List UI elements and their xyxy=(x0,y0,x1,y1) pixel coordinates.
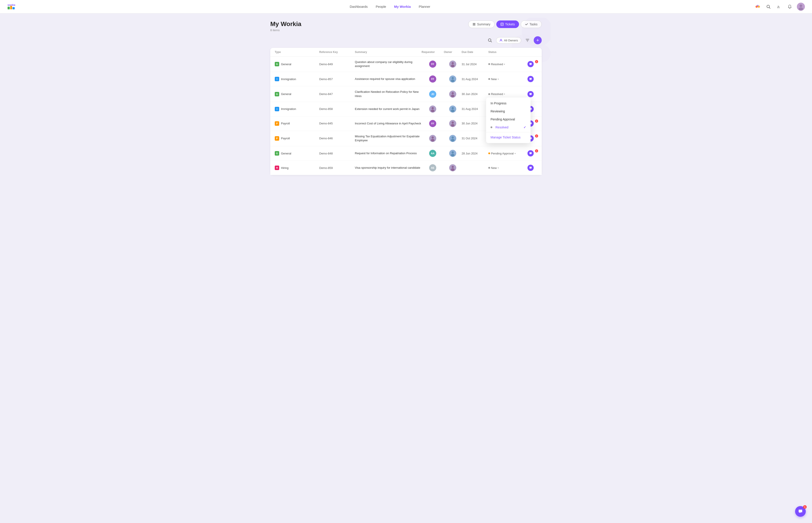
svg-point-6 xyxy=(758,5,760,8)
chat-widget[interactable]: 1 xyxy=(795,506,806,517)
requestor-cell: FF xyxy=(422,120,444,127)
svg-point-39 xyxy=(451,122,454,124)
owners-filter-button[interactable]: All Owners xyxy=(496,37,521,43)
svg-point-24 xyxy=(451,62,454,64)
search-button[interactable] xyxy=(486,37,494,44)
type-label: General xyxy=(281,92,291,96)
type-cell: G General xyxy=(275,62,319,66)
status-cell[interactable]: New ▾ xyxy=(488,166,524,169)
svg-text:あ: あ xyxy=(777,5,780,8)
owner-avatar xyxy=(449,91,456,98)
comment-button[interactable] xyxy=(524,165,537,171)
status-cell[interactable]: Pending Approval ▾ xyxy=(488,152,524,155)
owner-cell xyxy=(444,60,462,68)
type-icon-payroll: P xyxy=(275,136,279,141)
comment-button[interactable] xyxy=(524,91,537,97)
comment-icon xyxy=(528,76,534,82)
table-header: Type Reference Key Summary Requestor Own… xyxy=(270,48,542,56)
type-label: Hiring xyxy=(281,166,289,169)
logo[interactable]: workia xyxy=(7,3,15,11)
status-cell[interactable]: Resolved ▾ xyxy=(488,62,524,66)
due-date: 28 Jun 2024 xyxy=(462,152,488,155)
comment-badge: 1 xyxy=(535,60,538,63)
add-ticket-button[interactable]: + xyxy=(534,36,542,44)
page-title: My Workia xyxy=(270,20,301,28)
user-avatar[interactable] xyxy=(797,3,805,11)
nav-dashboards[interactable]: Dashboards xyxy=(350,5,368,8)
ref-key: Demo-847 xyxy=(319,92,355,96)
type-icon-immigration: I xyxy=(275,107,279,111)
nav-people[interactable]: People xyxy=(376,5,386,8)
svg-point-11 xyxy=(799,4,802,7)
svg-rect-2 xyxy=(10,6,12,10)
ref-key: Demo-858 xyxy=(319,107,355,111)
svg-point-25 xyxy=(451,65,455,67)
col-owner: Owner xyxy=(444,51,462,54)
status-dot xyxy=(488,93,490,95)
svg-point-27 xyxy=(451,77,454,79)
page-header: My Workia 8 items Summary Tickets xyxy=(270,20,542,32)
dropdown-item-in-progress[interactable]: In Progress xyxy=(486,99,531,107)
col-summary: Summary xyxy=(355,51,422,54)
translate-icon[interactable]: あ xyxy=(776,3,782,10)
status-cell-open[interactable]: Resolved ▾ In Progress Reviewing xyxy=(488,92,524,96)
svg-point-43 xyxy=(431,139,435,142)
type-label: Payroll xyxy=(281,137,290,140)
status-cell[interactable]: New ▾ xyxy=(488,77,524,81)
comment-button[interactable]: 1 xyxy=(524,61,537,67)
status-label: Resolved xyxy=(491,62,503,66)
svg-point-30 xyxy=(451,92,454,94)
due-date: 30 Jun 2024 xyxy=(462,122,488,125)
comment-button[interactable] xyxy=(524,76,537,82)
dropdown-item-pending-approval[interactable]: Pending Approval xyxy=(486,115,531,123)
ref-key: Demo-857 xyxy=(319,77,355,81)
ai-icon[interactable] xyxy=(754,3,761,10)
chevron-down-icon: ▾ xyxy=(515,152,516,155)
summary-cell: Incorrect Cost of Living Allowance in Ap… xyxy=(355,122,422,126)
status-label: Pending Approval xyxy=(491,152,514,155)
tab-summary[interactable]: Summary xyxy=(468,20,495,28)
svg-point-31 xyxy=(451,95,455,97)
svg-line-8 xyxy=(769,7,770,8)
dropdown-divider xyxy=(486,132,531,132)
type-label: Payroll xyxy=(281,122,290,125)
status-dot xyxy=(488,78,490,80)
owner-cell xyxy=(444,91,462,98)
status-label: Resolved xyxy=(491,92,503,96)
search-icon[interactable] xyxy=(765,3,772,10)
type-icon-hiring: H xyxy=(275,166,279,170)
tab-tasks[interactable]: Tasks xyxy=(521,20,542,28)
status-label: New xyxy=(491,166,497,169)
navbar: workia Dashboards People My Workia Plann… xyxy=(0,0,812,13)
type-icon-general: G xyxy=(275,62,279,66)
summary-cell: Extension needed for current work permit… xyxy=(355,107,422,111)
dropdown-label: Pending Approval xyxy=(491,118,515,121)
svg-point-45 xyxy=(451,137,454,139)
notifications-icon[interactable] xyxy=(786,3,793,10)
dropdown-item-reviewing[interactable]: Reviewing xyxy=(486,107,531,115)
requestor-cell: FF xyxy=(422,75,444,83)
svg-point-37 xyxy=(451,109,455,112)
tab-tickets[interactable]: Tickets xyxy=(496,20,519,28)
summary-cell: Request for Information on Repatriation … xyxy=(355,151,422,155)
nav-my-workia[interactable]: My Workia xyxy=(394,5,411,8)
nav-planner[interactable]: Planner xyxy=(419,5,430,8)
comment-button[interactable]: 1 xyxy=(524,150,537,157)
col-due-date: Due Date xyxy=(462,51,488,54)
tab-summary-label: Summary xyxy=(477,22,490,26)
col-ref: Reference Key xyxy=(319,51,355,54)
ref-key: Demo-849 xyxy=(319,62,355,66)
filter-button[interactable] xyxy=(524,37,531,44)
manage-ticket-status-link[interactable]: Manage Ticket Status xyxy=(486,133,531,141)
svg-point-34 xyxy=(431,109,435,112)
dropdown-item-resolved[interactable]: Resolved ✓ xyxy=(486,123,531,131)
svg-point-40 xyxy=(451,124,455,127)
due-date: 31 Jul 2024 xyxy=(462,62,488,66)
owner-avatar xyxy=(449,60,456,68)
tabs-section: Summary Tickets Tasks xyxy=(468,20,542,28)
svg-rect-1 xyxy=(7,7,10,10)
svg-point-48 xyxy=(451,151,454,154)
owner-cell xyxy=(444,150,462,157)
owner-avatar xyxy=(449,135,456,142)
chevron-down-icon: ▾ xyxy=(498,78,499,80)
